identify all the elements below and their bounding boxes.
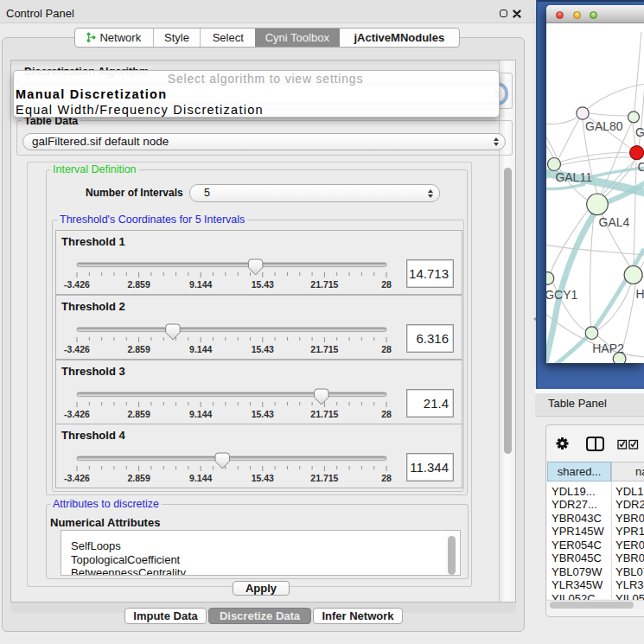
svg-text:H: H [636, 287, 644, 301]
svg-text:HAP2: HAP2 [592, 341, 624, 355]
svg-text:GAL4: GAL4 [599, 215, 630, 229]
svg-text:GCY1: GCY1 [546, 288, 578, 302]
svg-text:GA: GA [635, 125, 644, 139]
svg-text:C: C [638, 160, 644, 174]
svg-text:GAL11: GAL11 [555, 170, 592, 184]
svg-text:GAL80: GAL80 [585, 119, 623, 133]
